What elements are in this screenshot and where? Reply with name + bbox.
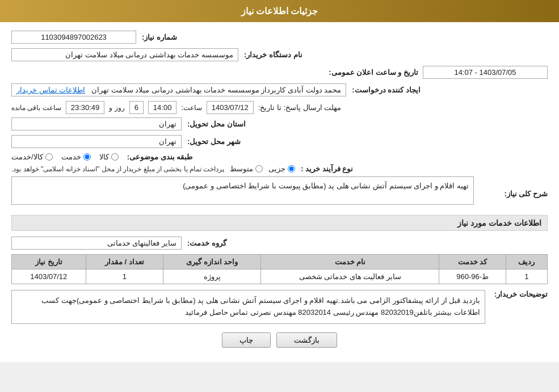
chap-button[interactable]: چاپ (222, 332, 271, 348)
ostan-label: استان محل تحویل: (187, 120, 246, 128)
ostan-value: تهران (11, 117, 182, 130)
nooe-jozei-text: جزیی (268, 165, 285, 173)
page-title: جزئیات اطلاعات نیاز (241, 6, 318, 16)
tabaqe-label: طبقه بندی موضوعی: (127, 153, 193, 161)
tarikh-range-value: 1403/07/05 - 14:07 (423, 66, 548, 79)
nooe-jozei-radio[interactable] (288, 165, 295, 172)
tabaqe-kala-khadmat-option[interactable]: کالا/خدمت (11, 153, 53, 161)
content-area: شماره نیاز: 1103094897002623 نام دستگاه … (0, 22, 559, 362)
col-kod: کد خدمت (439, 255, 506, 269)
col-tarikh: تاریخ نیاز (12, 255, 86, 269)
mohlat-remain-label: ساعت باقی مانده (11, 104, 61, 112)
ostan-row: استان محل تحویل: تهران (11, 117, 548, 130)
nooe-motawaset-radio[interactable] (255, 165, 263, 172)
sharh-label: شرح کلی نیاز: (480, 189, 548, 198)
mohlat-date-value: 1403/07/12 (207, 101, 254, 114)
nooe-motawaset-text: متوسط (230, 165, 253, 173)
nooe-motawaset-option[interactable]: متوسط (230, 165, 263, 173)
tabaqe-kala-option[interactable]: کالا (99, 153, 119, 161)
tabaqe-khadmat-radio[interactable] (83, 153, 91, 161)
nooe-row: نوع فرآیند خرید : جزیی متوسط پرداخت تمام… (11, 165, 548, 173)
cell-radif: 1 (506, 269, 547, 284)
goroh-row: گروه خدمت: سایر فعالیتهای خدماتی (11, 237, 548, 250)
cell-kod: ط-96-960 (439, 269, 506, 284)
mohlat-roz-label: روز و (109, 104, 124, 112)
mohlat-roz-value: 6 (129, 101, 144, 114)
nooe-label: نوع فرآیند خرید : (301, 165, 353, 173)
shomareh-label: شماره نیاز: (142, 33, 177, 41)
tabaqe-kala-text: کالا (99, 153, 109, 161)
shomareh-value: 1103094897002623 (11, 31, 136, 44)
nam-dastgah-value: موسسسه خدمات بهداشتی درمانی میلاد سلامت … (11, 48, 238, 61)
tabaqe-kala-khadmat-text: کالا/خدمت (11, 153, 43, 161)
nam-dastgah-row: نام دستگاه خریدار: موسسسه خدمات بهداشتی … (11, 48, 548, 61)
table-row: 1 ط-96-960 سایر فعالیت های خدماتی شخصی پ… (12, 269, 548, 284)
nam-dastgah-label: نام دستگاه خریدار: (244, 50, 302, 59)
ijad-text: محمد دولت آبادی کاربرداز موسسسه خدمات به… (91, 86, 341, 94)
tabaqe-row: طبقه بندی موضوعی: کالا خدمت کالا/خدمت (11, 153, 548, 161)
bazgasht-button[interactable]: بازگشت (276, 332, 337, 348)
buttons-row: بازگشت چاپ (11, 332, 548, 348)
khadamat-section-title: اطلاعات خدمات مورد نیاز (11, 215, 548, 231)
mohlat-remain-value: 23:30:49 (66, 101, 105, 114)
khadamat-table: ردیف کد خدمت نام خدمت واحد اندازه گیری ت… (11, 254, 548, 284)
ijad-row: ایجاد کننده درخواست: محمد دولت آبادی کار… (11, 83, 548, 96)
tawzihat-label: توضیحات خریدار: (491, 290, 548, 298)
mohlat-time-value: 14:00 (148, 101, 177, 114)
col-tedad: تعداد / مقدار (86, 255, 163, 269)
sharh-value: تهیه اقلام و اجرای سیستم آتش نشانی هلی پ… (11, 176, 474, 205)
cell-tedad: 1 (86, 269, 163, 284)
page-wrapper: جزئیات اطلاعات نیاز شماره نیاز: 11030948… (0, 0, 559, 362)
tawzihat-row: توضیحات خریدار: بازدید قبل از ارائه پیشف… (11, 290, 548, 324)
nooe-desc: پرداخت تمام یا بخشی از مبلغ خریدار از مح… (11, 165, 224, 173)
page-header: جزئیات اطلاعات نیاز (0, 0, 559, 22)
mohlat-time-label: ساعت: (181, 104, 201, 112)
tarikh-saat-label: تاریخ و ساعت اعلان عمومی: (329, 68, 418, 77)
shomareh-row: شماره نیاز: 1103094897002623 (11, 31, 548, 44)
goroh-label: گروه خدمت: (187, 239, 226, 247)
tarikh-header-row: 1403/07/05 - 14:07 تاریخ و ساعت اعلان عم… (11, 66, 548, 79)
mohlat-label: مهلت ارسال پاسخ: تا تاریخ: (258, 103, 342, 112)
goroh-value: سایر فعالیتهای خدماتی (11, 237, 182, 250)
shahr-row: شهر محل تحویل: تهران (11, 135, 548, 148)
ijad-label: ایجاد کننده درخواست: (352, 86, 421, 94)
shahr-label: شهر محل تحویل: (187, 137, 241, 146)
nooe-jozei-option[interactable]: جزیی (268, 165, 295, 173)
col-nam: نام خدمت (261, 255, 439, 269)
cell-vahed: پروژه (163, 269, 261, 284)
tabaqe-khadmat-text: خدمت (61, 153, 81, 161)
ijad-value: محمد دولت آبادی کاربرداز موسسسه خدمات به… (11, 83, 346, 96)
tabaqe-khadmat-option[interactable]: خدمت (61, 153, 91, 161)
tawzihat-value: بازدید قبل از ارائه پیشفاکتور الزامی می … (11, 290, 485, 324)
col-radif: ردیف (506, 255, 547, 269)
col-vahed: واحد اندازه گیری (163, 255, 261, 269)
tabaqe-kala-khadmat-radio[interactable] (45, 153, 53, 161)
cell-tarikh: 1403/07/12 (12, 269, 86, 284)
sharh-header: شرح کلی نیاز: تهیه اقلام و اجرای سیستم آ… (11, 176, 548, 210)
shahr-value: تهران (11, 135, 182, 148)
cell-nam: سایر فعالیت های خدماتی شخصی (261, 269, 439, 284)
ijad-link[interactable]: اطلاعات تماس خریدار (16, 86, 85, 94)
mohlat-row: مهلت ارسال پاسخ: تا تاریخ: 1403/07/12 سا… (11, 101, 548, 114)
tabaqe-kala-radio[interactable] (111, 153, 119, 161)
